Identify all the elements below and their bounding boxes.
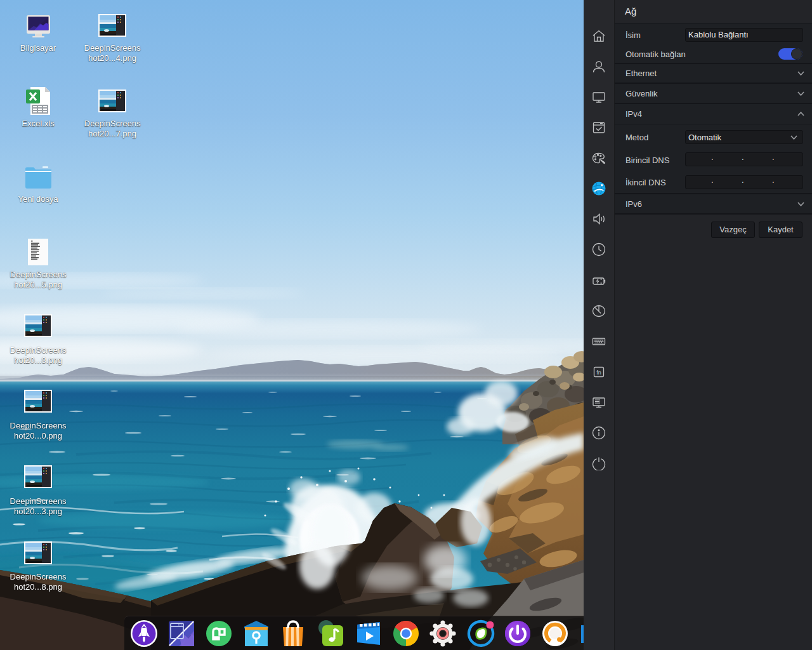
svg-text:fn: fn (596, 369, 601, 376)
